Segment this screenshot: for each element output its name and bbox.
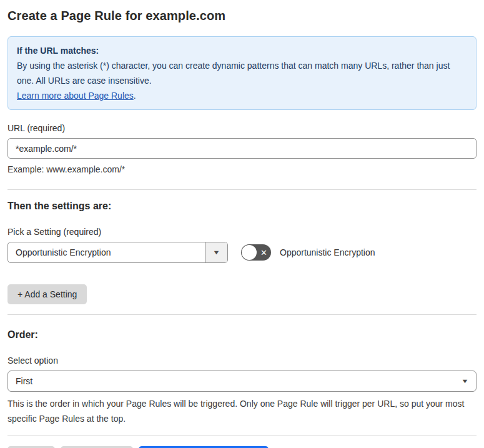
info-box-body: By using the asterisk (*) character, you… — [17, 58, 467, 88]
opportunistic-encryption-toggle[interactable]: ✕ — [241, 244, 271, 261]
info-box-link-line: Learn more about Page Rules. — [17, 88, 467, 103]
opportunistic-encryption-toggle-group: ✕ Opportunistic Encryption — [241, 242, 375, 263]
link-period: . — [134, 91, 136, 101]
select-option-label: Select option — [7, 356, 477, 366]
order-select-value: First — [16, 376, 32, 386]
setting-row: Opportunistic Encryption ▼ ✕ Opportunist… — [7, 242, 477, 263]
chevron-down-icon: ▼ — [212, 250, 220, 256]
url-example-text: Example: www.example.com/* — [7, 163, 477, 176]
learn-more-link[interactable]: Learn more about Page Rules — [17, 91, 134, 101]
settings-section-heading: Then the settings are: — [7, 201, 477, 212]
info-box-heading: If the URL matches: — [17, 43, 467, 58]
pick-setting-label: Pick a Setting (required) — [7, 227, 477, 237]
page-title: Create a Page Rule for example.com — [7, 9, 477, 23]
chevron-down-icon: ▼ — [461, 379, 468, 384]
add-setting-button[interactable]: + Add a Setting — [7, 284, 87, 304]
setting-dropdown[interactable]: Opportunistic Encryption ▼ — [7, 242, 228, 263]
order-helper-text: This is the order in which your Page Rul… — [7, 396, 470, 426]
setting-dropdown-value: Opportunistic Encryption — [8, 242, 205, 262]
section-divider — [7, 189, 477, 190]
page-rule-form: Create a Page Rule for example.com If th… — [0, 0, 484, 448]
order-section-heading: Order: — [7, 329, 477, 341]
section-divider — [7, 314, 477, 315]
order-select[interactable]: First ▼ — [7, 371, 477, 392]
section-divider — [7, 436, 477, 436]
url-field-label: URL (required) — [7, 123, 477, 133]
toggle-label: Opportunistic Encryption — [280, 247, 375, 257]
toggle-off-x-icon: ✕ — [260, 249, 267, 257]
url-input[interactable] — [7, 138, 477, 159]
toggle-knob — [242, 245, 257, 260]
setting-dropdown-arrow-button[interactable]: ▼ — [205, 242, 227, 262]
url-match-info-box: If the URL matches: By using the asteris… — [7, 36, 477, 110]
